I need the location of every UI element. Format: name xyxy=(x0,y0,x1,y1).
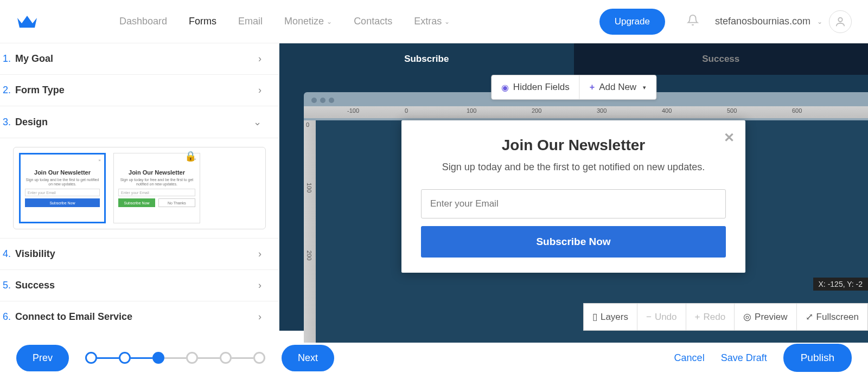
step-title: My Goal xyxy=(15,53,258,65)
popup-title[interactable]: Join Our Newsletter xyxy=(421,137,726,154)
redo-label: Redo xyxy=(703,312,725,323)
bottom-toolbar: ▯Layers −Undo +Redo ◎Preview ⤢Fullscreen xyxy=(583,303,868,331)
user-menu[interactable]: stefanosbournias.com ⌄ xyxy=(715,10,852,33)
coordinates-readout: X: -125, Y: -2 xyxy=(813,278,868,291)
template-gallery: × Join Our Newsletter Sign up today and … xyxy=(0,138,279,239)
fullscreen-button[interactable]: ⤢Fullscreen xyxy=(796,304,867,330)
undo-button[interactable]: −Undo xyxy=(637,304,686,330)
layers-icon: ▯ xyxy=(592,311,597,323)
nav-contacts[interactable]: Contacts xyxy=(354,16,392,27)
main-nav: Dashboard Forms Email Monetize⌄ Contacts… xyxy=(119,16,599,27)
nav-email[interactable]: Email xyxy=(238,16,263,27)
step-form-type[interactable]: 2. Form Type › xyxy=(0,75,279,106)
step-my-goal[interactable]: 1. My Goal › xyxy=(0,43,279,75)
hidden-fields-button[interactable]: ◉ Hidden Fields xyxy=(492,75,579,99)
template-button-secondary: No Thanks xyxy=(158,198,195,207)
svg-point-0 xyxy=(838,17,842,21)
template-title: Join Our Newsletter xyxy=(34,169,91,176)
template-card-2[interactable]: 🔒 × Join Our Newsletter Sign up today fo… xyxy=(113,153,200,223)
newsletter-popup[interactable]: ✕ Join Our Newsletter Sign up today and … xyxy=(401,120,745,273)
publish-button[interactable]: Publish xyxy=(783,344,852,372)
template-button: Subscribe Now xyxy=(25,198,100,207)
nav-extras[interactable]: Extras⌄ xyxy=(414,16,450,27)
chevron-right-icon: › xyxy=(258,85,261,96)
plus-icon: + xyxy=(695,312,700,323)
step-number: 5. xyxy=(3,280,11,291)
target-icon: ◎ xyxy=(743,311,751,323)
nav-monetize[interactable]: Monetize⌄ xyxy=(284,16,332,27)
floating-toolbar: ◉ Hidden Fields + Add New ▾ xyxy=(491,75,656,100)
plus-icon: + xyxy=(590,82,595,92)
caret-down-icon: ▾ xyxy=(643,84,646,91)
add-new-label: Add New xyxy=(599,82,636,93)
stepper xyxy=(85,352,265,364)
chevron-down-icon: ⌄ xyxy=(444,18,450,25)
bell-icon[interactable] xyxy=(687,14,699,29)
add-new-button[interactable]: + Add New ▾ xyxy=(579,75,656,99)
step-indicator-5[interactable] xyxy=(220,352,232,364)
step-title: Design xyxy=(15,117,253,128)
template-subtitle: Sign up today and be the first to get no… xyxy=(25,178,100,187)
next-button[interactable]: Next xyxy=(282,345,334,371)
nav-label: Extras xyxy=(414,16,442,27)
template-card-1[interactable]: × Join Our Newsletter Sign up today and … xyxy=(19,153,106,223)
hidden-fields-label: Hidden Fields xyxy=(513,82,570,93)
expand-icon: ⤢ xyxy=(806,311,813,323)
preview-button[interactable]: ◎Preview xyxy=(734,304,796,330)
step-design[interactable]: 3. Design ⌄ xyxy=(0,106,279,138)
sidebar: 1. My Goal › 2. Form Type › 3. Design ⌄ … xyxy=(0,43,279,331)
top-header: Dashboard Forms Email Monetize⌄ Contacts… xyxy=(0,0,868,43)
tab-subscribe[interactable]: Subscribe xyxy=(279,43,574,75)
template-input: Enter your Email xyxy=(25,189,100,196)
step-visibility[interactable]: 4. Visibility › xyxy=(0,239,279,270)
step-indicator-3[interactable] xyxy=(152,352,164,364)
popup-subtitle[interactable]: Sign up today and be the first to get no… xyxy=(421,162,726,173)
template-input: Enter your Email xyxy=(118,189,195,196)
step-number: 3. xyxy=(3,117,11,128)
chevron-down-icon: ⌄ xyxy=(817,18,822,25)
redo-button[interactable]: +Redo xyxy=(686,304,735,330)
chevron-down-icon: ⌄ xyxy=(253,116,261,128)
step-number: 2. xyxy=(3,85,11,96)
nav-forms[interactable]: Forms xyxy=(189,16,216,27)
step-number: 1. xyxy=(3,53,11,65)
canvas-tabs: Subscribe Success xyxy=(279,43,868,75)
step-title: Success xyxy=(15,280,258,291)
step-title: Visibility xyxy=(15,248,258,260)
step-connect-email[interactable]: 6. Connect to Email Service › xyxy=(0,301,279,331)
template-subtitle: Sign up today for free and be the first … xyxy=(118,178,195,187)
layers-label: Layers xyxy=(601,312,628,323)
step-number: 4. xyxy=(3,248,11,260)
layers-button[interactable]: ▯Layers xyxy=(584,304,637,330)
undo-label: Undo xyxy=(655,312,677,323)
step-indicator-2[interactable] xyxy=(119,352,131,364)
user-name: stefanosbournias.com xyxy=(715,16,810,27)
logo-icon xyxy=(16,14,38,30)
email-input[interactable] xyxy=(421,189,726,218)
subscribe-button[interactable]: Subscribe Now xyxy=(421,226,726,258)
nav-label: Monetize xyxy=(284,16,324,27)
close-icon[interactable]: ✕ xyxy=(724,130,735,145)
tab-success[interactable]: Success xyxy=(574,43,869,75)
save-draft-link[interactable]: Save Draft xyxy=(721,352,767,364)
step-indicator-4[interactable] xyxy=(186,352,198,364)
upgrade-button[interactable]: Upgrade xyxy=(599,9,665,35)
chevron-down-icon: ⌄ xyxy=(327,18,332,25)
chevron-right-icon: › xyxy=(258,280,261,291)
fullscreen-label: Fullscreen xyxy=(816,312,859,323)
eye-icon: ◉ xyxy=(501,82,509,93)
close-icon: × xyxy=(98,158,101,163)
step-title: Connect to Email Service xyxy=(15,311,258,323)
minus-icon: − xyxy=(646,312,652,323)
preview-label: Preview xyxy=(755,312,787,323)
template-button-primary: Subscribe Now xyxy=(118,198,155,207)
step-indicator-1[interactable] xyxy=(85,352,97,364)
step-success[interactable]: 5. Success › xyxy=(0,270,279,301)
prev-button[interactable]: Prev xyxy=(16,345,69,371)
step-indicator-6[interactable] xyxy=(253,352,265,364)
cancel-link[interactable]: Cancel xyxy=(674,352,705,364)
avatar-icon xyxy=(829,10,852,33)
chevron-right-icon: › xyxy=(258,248,261,260)
chevron-right-icon: › xyxy=(258,53,261,65)
nav-dashboard[interactable]: Dashboard xyxy=(119,16,167,27)
